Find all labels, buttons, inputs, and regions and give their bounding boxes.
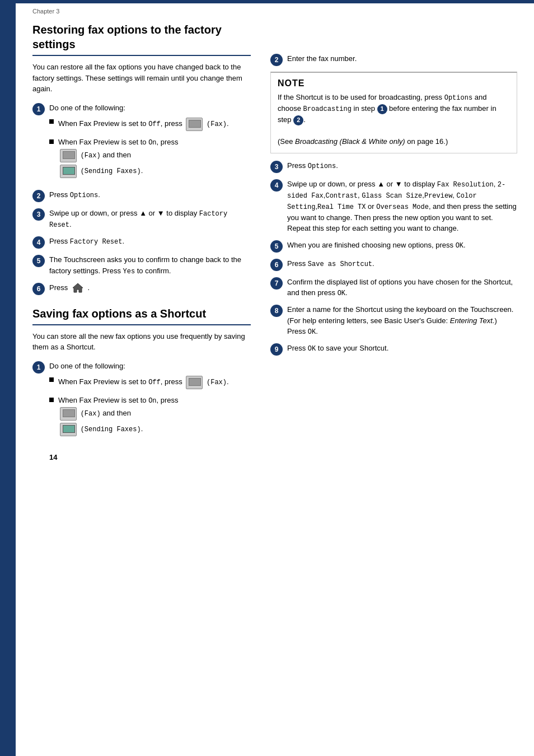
right-code-ok1: OK: [456, 242, 463, 250]
sub-item-1-text: When Fax Preview is set to Off, press (F…: [58, 116, 229, 132]
step5-circle: 5: [32, 255, 45, 267]
section1-step4: 4 Press Factory Reset.: [32, 236, 251, 249]
right-step4: 4 Swipe up or down, or press ▲ or ▼ to d…: [270, 179, 517, 234]
svg-marker-0: [73, 283, 83, 292]
sec2-bullet1: [49, 377, 54, 382]
left-column: Restoring fax options to the factory set…: [27, 17, 262, 756]
section1-step6: 6 Press .: [32, 282, 251, 295]
sec2-code-fax-1: (Fax): [207, 379, 227, 386]
section1-title: Restoring fax options to the factory set…: [32, 22, 251, 52]
right-step6: 6 Press Save as Shortcut.: [270, 258, 517, 271]
sec2-bullet2: [49, 398, 54, 402]
left-bar: [0, 0, 16, 756]
right-code-faxres: Fax Resolution: [437, 181, 494, 189]
right-code-glass: Glass Scan Size: [362, 192, 422, 200]
page: Chapter 3 Restoring fax options to the f…: [0, 0, 534, 756]
right-step7: 7 Confirm the displayed list of options …: [270, 277, 517, 299]
right-step2-circle: 2: [270, 54, 283, 66]
sub-item-2: When Fax Preview is set to On, press (Fa…: [49, 137, 251, 179]
section1-intro: You can restore all the fax options you …: [32, 62, 251, 95]
right-code-save: Save as Shortcut: [308, 260, 372, 268]
fax-icon-2: [60, 149, 77, 162]
right-step9-circle: 9: [270, 343, 283, 356]
right-step2-label: Enter the fax number.: [287, 54, 357, 63]
note-code-broadcasting: Broadcasting: [303, 105, 352, 113]
step4-circle: 4: [32, 236, 45, 249]
section1-step5: 5 The Touchscreen asks you to confirm to…: [32, 254, 251, 277]
sec2-code-on: On: [148, 397, 156, 405]
step1-circle: 1: [32, 103, 45, 115]
step5-text: The Touchscreen asks you to confirm to c…: [49, 254, 251, 277]
right-step3-text: Press Options.: [287, 160, 517, 171]
page-number: 14: [49, 453, 57, 461]
right-code-ok2: OK: [338, 290, 345, 297]
right-step9: 9 Press OK to save your Shortcut.: [270, 343, 517, 356]
sec2-code-off: Off: [148, 379, 161, 386]
section2: Saving fax options as a Shortcut You can…: [32, 306, 251, 442]
right-step9-text: Press OK to save your Shortcut.: [287, 343, 517, 354]
right-step5-circle: 5: [270, 240, 283, 253]
sec2-step1-circle: 1: [32, 361, 45, 374]
step1-label: Do one of the following:: [49, 104, 125, 112]
chapter-label: Chapter 3: [16, 3, 534, 17]
code-on: On: [148, 139, 156, 147]
right-code-overseas: Overseas Mode: [376, 203, 429, 211]
code-fax-2: (Fax): [81, 152, 101, 160]
right-code-preview: Preview: [424, 192, 452, 200]
step2-text: Press Options.: [49, 189, 251, 200]
note-text: If the Shortcut is to be used for broadc…: [278, 92, 510, 147]
step3-circle: 3: [32, 208, 45, 221]
sec2-fax-icon-1: [186, 376, 203, 389]
right-step7-text: Confirm the displayed list of options yo…: [287, 277, 517, 299]
right-step4-circle: 4: [270, 179, 283, 192]
section2-step1: 1 Do one of the following: When Fax Prev…: [32, 361, 251, 442]
right-step8: 8 Enter a name for the Shortcut using th…: [270, 304, 517, 337]
code-off: Off: [148, 120, 161, 128]
right-step2: 2 Enter the fax number.: [270, 53, 517, 66]
code-fax-1: (Fax): [207, 120, 227, 128]
step3-text: Swipe up or down, or press ▲ or ▼ to dis…: [49, 208, 251, 230]
note-code-options: Options: [444, 94, 472, 102]
section1-step1: 1 Do one of the following: When Fax Prev…: [32, 102, 251, 184]
right-step8-circle: 8: [270, 305, 283, 317]
right-step3: 3 Press Options.: [270, 160, 517, 173]
section2-intro: You can store all the new fax options yo…: [32, 331, 251, 353]
bullet2: [49, 139, 54, 144]
content-area: Chapter 3 Restoring fax options to the f…: [16, 0, 534, 756]
right-step4-text: Swipe up or down, or press ▲ or ▼ to dis…: [287, 179, 517, 234]
note-italic: Broadcasting (Black & White only): [295, 137, 405, 146]
note-title: NOTE: [278, 78, 510, 88]
right-italic-entering: Entering Text.: [450, 316, 495, 325]
right-step5: 5 When you are finished choosing new opt…: [270, 240, 517, 253]
sec2-code-sending: (Sending Faxes): [81, 426, 141, 433]
section1-step2: 2 Press Options.: [32, 189, 251, 202]
right-step7-circle: 7: [270, 277, 283, 290]
sec2-sub-item-2: When Fax Preview is set to On, press (Fa…: [49, 395, 251, 437]
section1-divider: [32, 55, 251, 56]
sec2-fax-icon-green: [60, 423, 77, 436]
right-step6-circle: 6: [270, 259, 283, 271]
note-box: NOTE If the Shortcut is to be used for b…: [270, 72, 517, 153]
sec2-sub-item-2-text: When Fax Preview is set to On, press (Fa…: [58, 395, 179, 437]
sec2-fax-icon-2: [60, 407, 77, 421]
right-code-contrast: Contrast: [325, 192, 358, 200]
section2-title: Saving fax options as a Shortcut: [32, 306, 251, 321]
code-factory-reset: Factory Reset: [49, 210, 227, 229]
right-step8-text: Enter a name for the Shortcut using the …: [287, 304, 517, 337]
right-step2-text: Enter the fax number.: [287, 53, 517, 64]
section2-divider: [32, 324, 251, 325]
sec2-code-fax-2: (Fax): [81, 410, 101, 418]
note-step-ref2: 2: [293, 115, 303, 125]
main-content: Restoring fax options to the factory set…: [16, 17, 534, 756]
note-step-ref1: 1: [377, 104, 387, 114]
code-factory-reset-press: Factory Reset: [70, 238, 123, 246]
step6-text: Press .: [49, 282, 251, 294]
right-step3-circle: 3: [270, 161, 283, 173]
section1: Restoring fax options to the factory set…: [32, 22, 251, 295]
right-code-realtime: Real Time TX: [317, 203, 366, 211]
code-sending-1: (Sending Faxes): [81, 167, 141, 175]
step1-text: Do one of the following: When Fax Previe…: [49, 102, 251, 184]
fax-icon-1: [186, 118, 203, 131]
page-number-area: 14: [32, 447, 251, 467]
fax-icon-green-1: [60, 165, 77, 178]
